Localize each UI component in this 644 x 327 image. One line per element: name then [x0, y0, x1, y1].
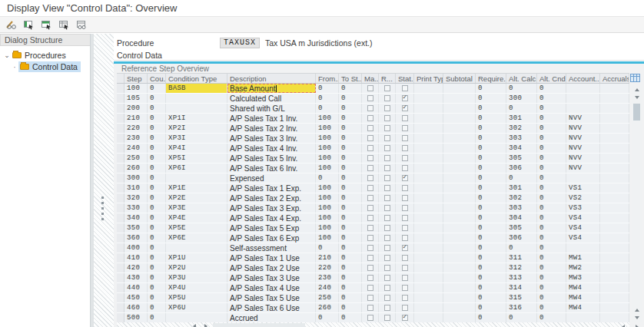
row-selector[interactable] — [117, 164, 124, 173]
cell-condition_type[interactable] — [166, 104, 227, 113]
statistical-checkbox[interactable] — [402, 265, 408, 271]
cell-alt_calc[interactable]: 306 — [506, 233, 537, 243]
cell-cou[interactable]: 0 — [148, 273, 166, 282]
required-checkbox[interactable] — [384, 275, 390, 281]
statistical-checkbox[interactable] — [402, 305, 408, 311]
cell-alt_calc[interactable]: 305 — [506, 154, 537, 163]
cell-cou[interactable]: 0 — [148, 253, 166, 263]
cell-step[interactable]: 400 — [124, 243, 148, 253]
cell-condition_type[interactable] — [166, 94, 227, 103]
cell-accruals[interactable] — [600, 243, 629, 253]
cell-from[interactable]: 100 — [316, 144, 339, 153]
cell-to[interactable]: 0 — [339, 84, 362, 93]
manual-checkbox[interactable] — [367, 245, 373, 251]
cell-alt_calc[interactable]: 306 — [506, 164, 537, 173]
cell-step[interactable]: 200 — [124, 104, 148, 113]
cell-alt_calc[interactable]: 303 — [506, 203, 537, 213]
scroll-right-icon[interactable] — [632, 323, 641, 327]
cell-account[interactable]: MW1 — [566, 253, 600, 263]
cell-from[interactable]: 0 — [316, 243, 339, 253]
required-checkbox[interactable] — [384, 225, 390, 231]
cell-alt_cnd[interactable]: 0 — [537, 263, 566, 272]
cell-step[interactable]: 210 — [124, 114, 148, 123]
row-selector[interactable] — [117, 134, 124, 143]
table-row[interactable]: 4200XP2UA/P Sales Tax 2 Use220003120MW2 — [117, 263, 629, 273]
scroll-left-icon[interactable] — [619, 323, 627, 327]
cell-to[interactable]: 0 — [339, 94, 362, 103]
cell-subtotal[interactable] — [443, 313, 476, 322]
required-checkbox[interactable] — [384, 145, 390, 151]
table-row[interactable]: 1000BASBBase Amount00000 — [117, 84, 629, 94]
cell-print_type[interactable] — [414, 114, 443, 123]
row-selector[interactable] — [117, 253, 124, 263]
cell-to[interactable]: 0 — [339, 124, 362, 133]
manual-checkbox[interactable] — [367, 185, 373, 191]
statistical-checkbox[interactable] — [402, 315, 408, 321]
new-entries-icon[interactable] — [41, 19, 52, 31]
cell-alt_cnd[interactable]: 0 — [537, 203, 566, 213]
cell-to[interactable]: 0 — [339, 213, 362, 223]
required-checkbox[interactable] — [384, 175, 390, 181]
cell-account[interactable]: VS2 — [566, 193, 600, 203]
cell-cou[interactable]: 0 — [148, 203, 166, 213]
cell-to[interactable]: 0 — [339, 283, 362, 292]
cell-alt_cnd[interactable]: 0 — [537, 293, 566, 302]
cell-alt_cnd[interactable]: 0 — [537, 114, 566, 123]
cell-step[interactable]: 250 — [124, 154, 148, 163]
manual-checkbox[interactable] — [367, 225, 373, 231]
manual-checkbox[interactable] — [367, 265, 373, 271]
row-selector[interactable] — [117, 173, 124, 183]
cell-accruals[interactable] — [600, 84, 629, 93]
sidebar-item-procedures[interactable]: ⌄ Procedures — [3, 49, 94, 61]
manual-checkbox[interactable] — [367, 195, 373, 201]
cell-accruals[interactable] — [600, 213, 629, 223]
cell-from[interactable]: 0 — [316, 84, 339, 93]
required-checkbox[interactable] — [384, 245, 390, 251]
scroll-page-up-icon[interactable] — [632, 306, 641, 314]
row-selector[interactable] — [117, 263, 124, 272]
cell-from[interactable]: 100 — [316, 114, 339, 123]
row-selector[interactable] — [117, 223, 124, 233]
cell-account[interactable] — [566, 84, 600, 93]
cell-to[interactable]: 0 — [339, 253, 362, 263]
cell-accruals[interactable] — [600, 273, 629, 282]
cell-from[interactable]: 240 — [316, 283, 339, 292]
cell-account[interactable]: MW2 — [566, 263, 600, 272]
table-row[interactable]: 3500XP5EA/P Sales Tax 5 Exp100003050VS4 — [117, 223, 629, 233]
table-row[interactable]: 2100XP1IA/P Sales Tax 1 Inv.100003010NVV — [117, 114, 629, 124]
statistical-checkbox[interactable] — [402, 105, 408, 111]
cell-requirement[interactable]: 0 — [476, 84, 506, 93]
required-checkbox[interactable] — [384, 135, 390, 141]
statistical-checkbox[interactable] — [402, 285, 408, 291]
cell-print_type[interactable] — [414, 263, 443, 272]
statistical-checkbox[interactable] — [402, 165, 408, 171]
cell-condition_type[interactable]: XP5E — [166, 223, 227, 233]
statistical-checkbox[interactable] — [402, 195, 408, 201]
cell-print_type[interactable] — [414, 213, 443, 223]
splitter-grip[interactable] — [101, 197, 104, 220]
cell-alt_calc[interactable]: 313 — [506, 273, 537, 282]
cell-account[interactable]: MW3 — [566, 273, 600, 282]
required-checkbox[interactable] — [384, 85, 390, 91]
cell-print_type[interactable] — [414, 134, 443, 143]
table-row[interactable]: 3200XP2EA/P Sales Tax 2 Exp.100003020VS2 — [117, 193, 629, 203]
column-header-requirement[interactable]: Require... — [476, 74, 506, 83]
procedure-code-field[interactable]: TAXUSX — [220, 38, 260, 48]
cell-requirement[interactable]: 0 — [476, 154, 506, 163]
cell-step[interactable]: 220 — [124, 124, 148, 133]
cell-requirement[interactable]: 0 — [476, 253, 506, 263]
cell-alt_calc[interactable]: 300 — [506, 94, 537, 103]
cell-condition_type[interactable]: BASB — [166, 84, 227, 93]
column-header-to[interactable]: To St... — [339, 74, 362, 83]
row-selector[interactable] — [117, 114, 124, 123]
cell-subtotal[interactable] — [443, 84, 476, 93]
cell-step[interactable]: 310 — [124, 183, 148, 193]
cell-print_type[interactable] — [414, 203, 443, 213]
statistical-checkbox[interactable] — [402, 115, 408, 121]
required-checkbox[interactable] — [384, 205, 390, 211]
cell-account[interactable] — [566, 313, 600, 322]
cell-subtotal[interactable] — [443, 114, 476, 123]
cell-subtotal[interactable] — [443, 193, 476, 203]
statistical-checkbox[interactable] — [402, 125, 408, 131]
cell-subtotal[interactable] — [443, 213, 476, 223]
